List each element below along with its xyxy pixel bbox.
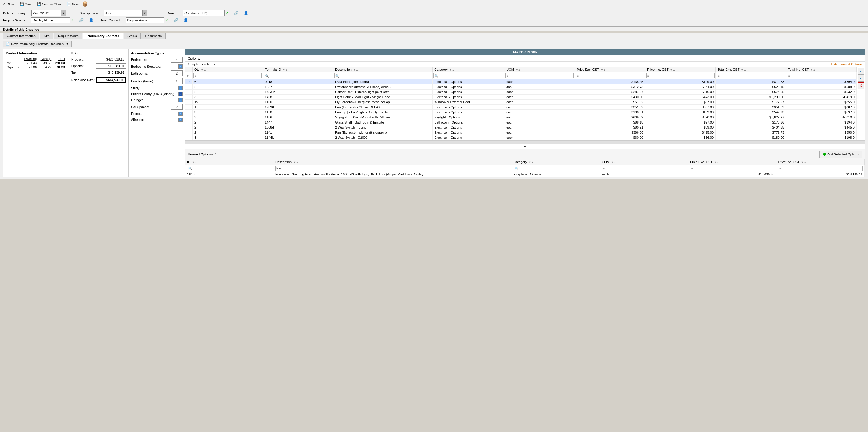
options-table-row[interactable]: 3 1468~ Light Point -Flood Light - Singl… [185,95,857,100]
bedrooms-separate-checkbox[interactable]: ✓ [179,64,183,69]
filter-description-cell [333,72,432,79]
first-contact-field[interactable]: ✓ [126,17,168,23]
branch-field[interactable]: ✓ [183,10,229,16]
date-enquiry-field[interactable]: ▼ [31,10,66,16]
unused-filter-id[interactable] [187,166,271,171]
branch-link-icon[interactable]: 🔗 [234,11,239,15]
butlers-checkbox[interactable]: ✓ [179,92,183,96]
tab-contact[interactable]: Contact Information [3,33,39,39]
bedrooms-input[interactable] [171,57,183,63]
date-dropdown-arrow[interactable]: ▼ [61,10,66,16]
alfresco-checkbox[interactable]: ✓ [179,118,183,122]
unused-filter-uom[interactable] [602,166,686,171]
save-button[interactable]: 💾 Save [19,1,33,6]
price-tax-value[interactable] [96,70,126,75]
options-table-row[interactable]: 2 17834* Sensor Unit - External light po… [185,90,857,95]
salesperson-field[interactable]: ▼ [103,10,147,16]
filter-formulaid[interactable] [264,73,332,78]
options-table-row[interactable]: 15 1160 Fly Screens - Fiberglass mesh pe… [185,100,857,105]
rumpus-checkbox[interactable]: ✓ [179,111,183,116]
options-table-row[interactable]: → 6 0018 Data Point (computers) Electric… [185,79,857,85]
options-table-row[interactable]: 2 1141 Fan (Exhaust) - with draft stoppe… [185,130,857,135]
options-table-row[interactable]: 1 17398 Fan (Exhaust) - Clipsal CEF40 El… [185,105,857,110]
powder-input[interactable] [171,78,183,84]
salesperson-dropdown-arrow[interactable]: ▼ [143,10,147,16]
options-content: Options: 13 options selected Hide Unused… [185,56,865,177]
price-total-value[interactable] [96,77,126,83]
first-contact-input[interactable] [126,17,164,23]
tab-status[interactable]: Status [124,33,141,39]
unused-col-id: ID ▼▲ [185,159,273,165]
filter-uom[interactable] [505,73,574,78]
first-contact-link-icon[interactable]: 🔗 [174,18,178,22]
unused-category-cell: Fireplace - Options [512,172,600,177]
filter-category[interactable] [433,73,503,78]
tab-documents[interactable]: Documents [141,33,166,39]
unused-filter-description[interactable] [275,166,510,171]
unused-table-scroll[interactable]: ID ▼▲ Description ▼▲ Category ▼▲ UOM ▼▲ … [185,159,865,177]
add-selected-button[interactable]: ⊕ Add Selected Options [819,151,862,158]
enquiry-source-label: Enquiry Source: [3,19,26,22]
hide-unused-link[interactable]: Hide Unused Options [831,62,862,66]
tab-site[interactable]: Site [40,33,54,39]
options-table-row[interactable]: 3 1144L 2 Way Switch - C2000 Electrical … [185,135,857,140]
enquiry-source-input[interactable] [31,17,70,23]
price-exc-cell: $88.18 [575,120,645,125]
options-table-row[interactable]: 2 1237 Switchboard (Internal-3 Phase) di… [185,85,857,90]
garage-checkbox[interactable]: ✓ [179,98,183,102]
filter-price-exc[interactable] [576,73,644,78]
car-spaces-input[interactable] [171,104,183,110]
unused-filter-price-inc-cell [776,165,865,172]
arrow-cell [185,105,192,110]
uom-cell: each [504,100,575,105]
powder-row: Powder (basin): [131,78,183,84]
qty-cell: 3 [192,110,263,115]
new-doc-button[interactable]: 📄 New Preliminary Estimate Document ▼ [3,41,72,47]
options-filter-row: ▼ [185,72,857,79]
filter-description[interactable] [334,73,431,78]
enquiry-source-person-icon[interactable]: 👤 [89,18,93,22]
branch-input[interactable] [183,10,225,16]
unused-table-row[interactable]: 18100 Fireplace - Gas Log Fire - Heat & … [185,172,865,177]
save-close-button[interactable]: 💾 Save & Close [36,1,63,6]
delete-button[interactable]: ✕ [858,82,864,89]
filter-total-exc[interactable] [717,73,785,78]
enquiry-source-link-icon[interactable]: 🔗 [79,18,84,22]
new-doc-icon: 📄 [6,42,10,46]
tab-preliminary-estimate[interactable]: Preliminary Estimate [83,33,123,39]
horiz-scrollbar[interactable] [185,140,865,144]
total-exc-cell: $625.45 [716,85,786,90]
price-options-value[interactable] [96,63,126,69]
uom-cell: Job [504,85,575,90]
new-button[interactable]: 📄 New [66,1,80,6]
squares-label: Squares [6,65,22,69]
price-product-value[interactable] [96,57,126,62]
options-table-row[interactable]: 3 1186 Skylight - 550mm Round with Diffu… [185,115,857,120]
filter-total-inc[interactable] [787,73,856,78]
unused-filter-price-inc[interactable] [778,166,863,171]
branch-person-icon[interactable]: 👤 [244,11,248,15]
first-contact-person-icon[interactable]: 👤 [184,18,188,22]
move-up-button[interactable]: ▲ [858,68,864,75]
options-table-row[interactable]: 2 1447 Glass Shelf - Bathroom & Ensuite … [185,120,857,125]
tab-requirements[interactable]: Requirements [54,33,82,39]
total-inc-cell: $597.0 [786,110,856,115]
bathrooms-input[interactable] [171,70,183,76]
expand-arrow[interactable]: ▼ [185,144,865,149]
options-table-scroll[interactable]: Qty ▼▲ Formula ID ▼▲ Description ▼▲ Cate… [185,67,857,140]
options-table-row[interactable]: 2 1808d 2 Way Switch - Iconic Electrical… [185,125,857,130]
unused-filter-price-exc[interactable] [690,166,775,171]
move-down-button[interactable]: ▼ [858,75,864,82]
price-exc-cell: $312.73 [575,85,645,90]
unused-filter-category[interactable] [514,166,598,171]
category-cell: Electrical - Options [433,130,504,135]
close-button[interactable]: ✕ Close [2,1,16,6]
alfresco-row: Alfresco: ✓ [131,118,183,122]
date-enquiry-input[interactable] [31,10,61,16]
filter-qty[interactable] [193,73,262,78]
options-table-row[interactable]: 3 1150 Fan [opt] - Fan/Light - Supply an… [185,110,857,115]
study-checkbox[interactable]: ✓ [179,86,183,90]
salesperson-input[interactable] [103,10,143,16]
enquiry-source-field[interactable]: ✓ [31,17,74,23]
filter-price-inc[interactable] [646,73,715,78]
